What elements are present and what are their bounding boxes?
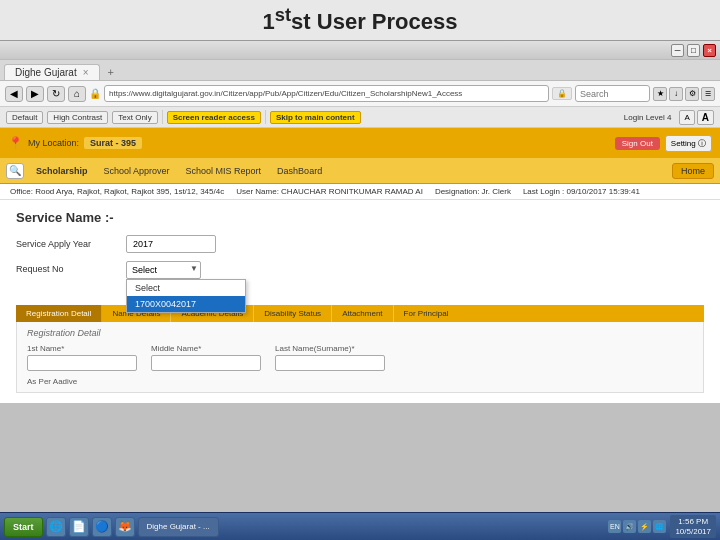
middle-name-input[interactable] — [151, 355, 261, 371]
maximize-button[interactable]: □ — [687, 44, 700, 57]
sys-icon-1: EN — [608, 520, 621, 533]
last-name-group: Last Name(Surname)* — [275, 344, 385, 371]
designation-info: Designation: Jr. Clerk — [435, 187, 511, 196]
start-button[interactable]: Start — [4, 517, 43, 537]
nav-item-school-mis[interactable]: School MIS Report — [178, 164, 270, 178]
browser-tabs-bar: Dighe Gujarat × + — [0, 60, 720, 81]
home-browser-button[interactable]: ⌂ — [68, 86, 86, 102]
tab-registration-detail[interactable]: Registration Detail — [16, 305, 102, 322]
as-per-label: As Per Aadive — [27, 377, 693, 386]
name-fields-row: 1st Name* Middle Name* Last Name(Surname… — [27, 344, 693, 371]
browser-tab[interactable]: Dighe Gujarat × — [4, 64, 100, 80]
taskbar-right-area: EN 🔊 ⚡ 🌐 1:56 PM 10/5/2017 — [608, 515, 716, 538]
dropdown-option-request[interactable]: 1700X0042017 — [127, 296, 245, 312]
tab-disability-status[interactable]: Disability Status — [254, 305, 332, 322]
taskbar-clock: 1:56 PM 10/5/2017 — [670, 515, 716, 538]
sys-icon-2: 🔊 — [623, 520, 636, 533]
first-name-label: 1st Name* — [27, 344, 137, 353]
taskbar-icon-1[interactable]: 🌐 — [46, 517, 66, 537]
taskbar-program[interactable]: Dighe Gujarat - ... — [138, 517, 219, 537]
tab-attachment[interactable]: Attachment — [332, 305, 393, 322]
service-apply-year-input[interactable] — [126, 235, 216, 253]
settings-browser-icon[interactable]: ⚙ — [685, 87, 699, 101]
access-toolbar: Default High Contrast Text Only Screen r… — [0, 107, 720, 128]
request-no-label: Request No — [16, 264, 116, 274]
browser-tab-label: Dighe Gujarat — [15, 67, 77, 78]
sys-icon-4: 🌐 — [653, 520, 666, 533]
request-no-select[interactable]: Select 1700X0042017 — [126, 261, 201, 279]
office-info-bar: Office: Rood Arya, Rajkot, Rajkot, Rajko… — [0, 184, 720, 200]
page-title-sup: st — [275, 4, 291, 25]
dropdown-popup: Select 1700X0042017 — [126, 279, 246, 313]
refresh-button[interactable]: ↻ — [47, 86, 65, 102]
page-title: 1st1st User Processst User Process — [263, 9, 458, 34]
screen-access-btn[interactable]: Screen reader access — [167, 111, 261, 124]
skip-content-btn[interactable]: Skip to main content — [270, 111, 361, 124]
menu-icon[interactable]: ☰ — [701, 87, 715, 101]
back-button[interactable]: ◀ — [5, 86, 23, 102]
browser-addressbar: ◀ ▶ ↻ ⌂ 🔒 🔒 ★ ↓ ⚙ ☰ — [0, 81, 720, 107]
browser-tab-close-icon[interactable]: × — [83, 67, 89, 78]
forward-button[interactable]: ▶ — [26, 86, 44, 102]
text-only-btn[interactable]: Text Only — [112, 111, 157, 124]
sys-icon-3: ⚡ — [638, 520, 651, 533]
nav-item-school-approver[interactable]: School Approver — [96, 164, 178, 178]
office-address: Office: Rood Arya, Rajkot, Rajkot, Rajko… — [10, 187, 224, 196]
new-tab-button[interactable]: + — [100, 64, 122, 80]
setting-button[interactable]: Setting ⓘ — [665, 135, 712, 152]
taskbar-time: 1:56 PM — [675, 517, 711, 527]
my-location-label: My Location: — [28, 138, 79, 148]
download-icon[interactable]: ↓ — [669, 87, 683, 101]
signout-button[interactable]: Sign Out — [615, 137, 660, 150]
first-name-input[interactable] — [27, 355, 137, 371]
nav-item-scholarship[interactable]: Scholarship — [28, 164, 96, 178]
last-login-info: Last Login : 09/10/2017 15:39:41 — [523, 187, 640, 196]
lock-icon: 🔒 — [89, 88, 101, 99]
windows-taskbar: Start 🌐 📄 🔵 🦊 Dighe Gujarat - ... EN 🔊 ⚡… — [0, 512, 720, 540]
request-no-row: Request No Select 1700X0042017 ▼ Select … — [16, 261, 704, 279]
bookmark-icon[interactable]: ★ — [653, 87, 667, 101]
home-nav-button[interactable]: Home — [672, 163, 714, 179]
default-btn[interactable]: Default — [6, 111, 43, 124]
browser-search-input[interactable] — [575, 85, 650, 102]
dropdown-option-select[interactable]: Select — [127, 280, 245, 296]
taskbar-icon-4[interactable]: 🦊 — [115, 517, 135, 537]
middle-name-label: Middle Name* — [151, 344, 261, 353]
first-name-group: 1st Name* — [27, 344, 137, 371]
taskbar-icon-2[interactable]: 📄 — [69, 517, 89, 537]
service-apply-year-label: Service Apply Year — [16, 239, 116, 249]
nav-search-box[interactable]: 🔍 — [6, 163, 24, 179]
registration-section-title: Registration Detail — [27, 328, 693, 338]
main-nav: 🔍 Scholarship School Approver School MIS… — [0, 158, 720, 184]
high-contrast-btn[interactable]: High Contrast — [47, 111, 108, 124]
location-pin-icon: 📍 — [8, 136, 23, 150]
service-apply-year-row: Service Apply Year — [16, 235, 704, 253]
taskbar-date: 10/5/2017 — [675, 527, 711, 537]
registration-section: Registration Detail 1st Name* Middle Nam… — [16, 322, 704, 393]
page-title-bar: 1st1st User Processst User Process — [0, 0, 720, 40]
tab-for-principal[interactable]: For Principal — [394, 305, 459, 322]
last-name-label: Last Name(Surname)* — [275, 344, 385, 353]
minimize-button[interactable]: ─ — [671, 44, 684, 57]
taskbar-icon-3[interactable]: 🔵 — [92, 517, 112, 537]
user-name-info: User Name: CHAUCHAR RONITKUMAR RAMAD AI — [236, 187, 423, 196]
main-content: Service Name :- Service Apply Year Reque… — [0, 200, 720, 403]
taskbar-sys-icons: EN 🔊 ⚡ 🌐 — [608, 520, 666, 533]
close-button[interactable]: × — [703, 44, 716, 57]
location-value: Surat - 395 — [84, 137, 142, 149]
font-large-btn[interactable]: A — [697, 110, 714, 125]
service-name-title: Service Name :- — [16, 210, 704, 225]
tabs-bar: Registration Detail Name Details Academi… — [16, 305, 704, 322]
login-info: Login Level 4 — [624, 113, 672, 122]
nav-item-dashboard[interactable]: DashBoard — [269, 164, 330, 178]
site-header: 📍 My Location: Surat - 395 Sign Out Sett… — [0, 128, 720, 158]
browser-titlebar: ─ □ × — [0, 41, 720, 60]
address-bar-input[interactable] — [104, 85, 549, 102]
request-dropdown-container: Select 1700X0042017 ▼ Select 1700X004201… — [126, 261, 201, 279]
font-small-btn[interactable]: A — [679, 110, 694, 125]
middle-name-group: Middle Name* — [151, 344, 261, 371]
ssl-badge: 🔒 — [552, 87, 572, 100]
browser-window: ─ □ × Dighe Gujarat × + ◀ ▶ ↻ ⌂ 🔒 🔒 ★ ↓ … — [0, 40, 720, 403]
last-name-input[interactable] — [275, 355, 385, 371]
